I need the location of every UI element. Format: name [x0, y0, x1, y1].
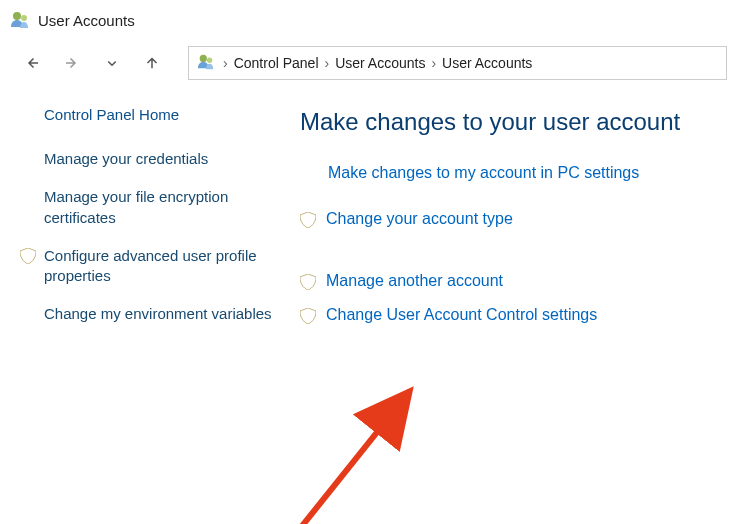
recent-locations-dropdown[interactable] — [98, 49, 126, 77]
link-label[interactable]: Change your account type — [326, 210, 513, 228]
link-pc-settings[interactable]: Make changes to my account in PC setting… — [328, 164, 737, 182]
title-bar: User Accounts — [0, 0, 737, 40]
content-area: Control Panel Home Manage your credentia… — [0, 106, 737, 343]
breadcrumb-item[interactable]: User Accounts — [442, 55, 532, 71]
sidebar-item-label: Configure advanced user profile properti… — [44, 246, 274, 287]
chevron-right-icon[interactable]: › — [431, 55, 436, 71]
breadcrumb-item[interactable]: User Accounts — [335, 55, 425, 71]
annotation-arrow — [270, 371, 450, 524]
control-panel-home-link[interactable]: Control Panel Home — [44, 106, 274, 123]
user-accounts-icon — [10, 10, 30, 30]
spacer — [300, 244, 737, 272]
breadcrumb-item[interactable]: Control Panel — [234, 55, 319, 71]
user-accounts-icon — [197, 53, 217, 73]
sidebar-item-label: Change my environment variables — [44, 304, 274, 324]
sidebar-item-label: Manage your file encryption certificates — [44, 187, 274, 228]
link-label[interactable]: Manage another account — [326, 272, 503, 290]
up-button[interactable] — [138, 49, 166, 77]
link-change-account-type[interactable]: Change your account type — [300, 210, 737, 228]
shield-icon — [300, 274, 316, 290]
sidebar-item-env-vars[interactable]: Change my environment variables — [44, 304, 274, 324]
address-bar[interactable]: › Control Panel › User Accounts › User A… — [188, 46, 727, 80]
link-label[interactable]: Make changes to my account in PC setting… — [328, 164, 639, 182]
link-label[interactable]: Change User Account Control settings — [326, 306, 597, 324]
sidebar-item-label: Manage your credentials — [44, 149, 274, 169]
window-title: User Accounts — [38, 12, 135, 29]
page-heading: Make changes to your user account — [300, 108, 737, 136]
sidebar-item-manage-credentials[interactable]: Manage your credentials — [44, 149, 274, 169]
shield-icon — [300, 308, 316, 324]
link-manage-another-account[interactable]: Manage another account — [300, 272, 737, 290]
sidebar-item-advanced-profile[interactable]: Configure advanced user profile properti… — [44, 246, 274, 287]
svg-line-6 — [290, 391, 410, 524]
forward-button[interactable] — [58, 49, 86, 77]
back-button[interactable] — [18, 49, 46, 77]
shield-icon — [20, 248, 36, 264]
shield-icon — [300, 212, 316, 228]
chevron-right-icon[interactable]: › — [325, 55, 330, 71]
sidebar-item-file-encryption[interactable]: Manage your file encryption certificates — [44, 187, 274, 228]
main-panel: Make changes to your user account Make c… — [300, 106, 737, 343]
chevron-right-icon[interactable]: › — [223, 55, 228, 71]
sidebar: Control Panel Home Manage your credentia… — [0, 106, 300, 343]
link-uac-settings[interactable]: Change User Account Control settings — [300, 306, 737, 324]
nav-toolbar: › Control Panel › User Accounts › User A… — [0, 40, 737, 88]
